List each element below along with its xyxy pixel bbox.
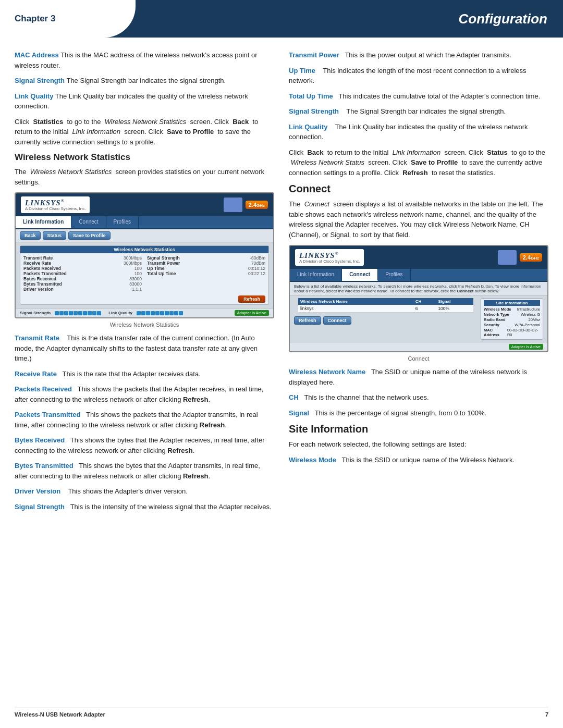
main-content: MAC Address This is the MAC address of t… [0, 38, 563, 529]
bytes-transmitted-term: Bytes Transmitted [15, 462, 74, 470]
ch-term: CH [289, 393, 299, 401]
packets-received-term: Packets Received [15, 385, 72, 393]
col-ch[interactable]: CH [413, 298, 436, 305]
signal-bar-row: Signal Strength Link Quality Adapter Is … [16, 308, 273, 317]
link-quality-para2: Link Quality The Link Quality bar indica… [289, 122, 548, 142]
screenshot-wns: LINKSYS® A Division of Cisco Systems, In… [15, 192, 274, 318]
tab-profiles-2[interactable]: Profiles [378, 269, 410, 281]
signal-para: Signal This is the percentage of signal … [289, 408, 548, 418]
back-button[interactable]: Back [20, 231, 41, 240]
linksys-header-2: LINKSYS® A Division of Cisco Systems, In… [290, 246, 547, 269]
site-info-heading: Site Information [289, 423, 548, 435]
click-stats-para: Click Statistics to go to the Wireless N… [15, 117, 274, 147]
nav-tabs: Link Information Connect Profiles [16, 216, 273, 229]
mac-address-para: MAC Address This is the MAC address of t… [15, 50, 274, 70]
screenshot-connect: LINKSYS® A Division of Cisco Systems, In… [289, 245, 548, 352]
band-badge: 2.4GHz [246, 201, 268, 209]
tab-profiles[interactable]: Profiles [106, 216, 139, 228]
connect-desc: Below is a list of available wireless ne… [290, 282, 547, 296]
footer-right: 7 [545, 711, 548, 718]
col-signal[interactable]: Signal [436, 298, 473, 305]
wireless-mode-term: Wireless Mode [289, 456, 336, 464]
connect-btn-row: Refresh Connect [294, 315, 478, 326]
site-info-rows: Wireless ModeInfrastructure Network Type… [484, 307, 540, 337]
wireless-network-name-para: Wireless Network Name The SSID or unique… [289, 367, 548, 387]
right-column: Transmit Power This is the power output … [289, 50, 548, 517]
signal-strength-para: Signal Strength The Signal Strength bar … [15, 76, 274, 86]
adapter-status-badge-2: Adapter Is Active [509, 344, 543, 350]
driver-version-term: Driver Version [15, 487, 60, 495]
connect-layout: Wireless Network Name CH Signal linksys … [290, 296, 547, 342]
bytes-received-para: Bytes Received This shows the bytes that… [15, 435, 274, 455]
tab-connect[interactable]: Connect [71, 216, 106, 228]
connect-intro: The Connect screen displays a list of av… [289, 199, 548, 240]
linksys-logo-area: LINKSYS® A Division of Cisco Systems, In… [21, 196, 90, 213]
connect-heading: Connect [289, 183, 548, 195]
signal-strength-term2: Signal Strength [15, 503, 65, 511]
page-footer: Wireless-N USB Network Adapter 7 [15, 708, 548, 718]
table-row[interactable]: linksys 6 100% [298, 305, 473, 313]
transmit-power-para: Transmit Power This is the power output … [289, 50, 548, 60]
nav-tabs-2: Link Information Connect Profiles [290, 269, 547, 282]
connect-table-area: Wireless Network Name CH Signal linksys … [294, 298, 478, 340]
wireless-network-name-term: Wireless Network Name [289, 368, 365, 376]
stats-header: Wireless Network Statistics [20, 246, 268, 253]
tab-link-information[interactable]: Link Information [16, 216, 71, 228]
packets-transmitted-term: Packets Transmitted [15, 411, 80, 418]
signal-strength-term3: Signal Strength [289, 107, 339, 115]
receive-rate-para: Receive Rate This is the rate that the A… [15, 369, 274, 379]
save-to-profile-button[interactable]: Save to Profile [68, 231, 111, 240]
link-quality-bars [137, 311, 183, 315]
col-wireless-name[interactable]: Wireless Network Name [298, 298, 413, 305]
caption-connect: Connect [289, 355, 548, 362]
link-quality-term: Link Quality [15, 92, 53, 100]
linksys-sub-2: A Division of Cisco Systems, Inc. [299, 259, 360, 264]
left-column: MAC Address This is the MAC address of t… [15, 50, 274, 517]
up-time-para: Up Time This indicates the length of the… [289, 66, 548, 86]
wireless-mode-para: Wireless Mode This is the SSID or unique… [289, 455, 548, 465]
title-text: Configuration [459, 11, 547, 27]
signal-bar-row-2: Adapter Is Active [290, 342, 547, 351]
refresh-connect-button[interactable]: Refresh [294, 316, 321, 325]
ch-para: CH This is the channel that the network … [289, 392, 548, 403]
adapter-status-badge: Adapter Is Active [235, 310, 269, 316]
signal-strength-term: Signal Strength [15, 77, 65, 84]
networks-table: Wireless Network Name CH Signal linksys … [298, 298, 473, 313]
site-info-box: Site Information Wireless ModeInfrastruc… [481, 298, 543, 340]
page-header: Chapter 3 Configuration [0, 0, 563, 38]
connect-button[interactable]: Connect [323, 316, 351, 325]
signal-strength-para3: Signal Strength The Signal Strength bar … [289, 106, 548, 117]
footer-left: Wireless-N USB Network Adapter [15, 711, 105, 718]
click-back-para: Click Back to return to the initial Link… [289, 147, 548, 178]
bytes-received-term: Bytes Received [15, 436, 65, 444]
packets-received-para: Packets Received This shows the packets … [15, 384, 274, 404]
signal-bars [55, 311, 101, 315]
chapter-label: Chapter 3 [0, 0, 136, 38]
link-quality-para: Link Quality The Link Quality bar indica… [15, 91, 274, 112]
transmit-power-term: Transmit Power [289, 51, 339, 59]
stats-section: Wireless Network Statistics Transmit Rat… [20, 245, 269, 305]
signal-strength-para2: Signal Strength This is the intensity of… [15, 502, 274, 512]
linksys-sub: A Division of Cisco Systems, Inc. [25, 206, 85, 211]
network-name-cell: linksys [298, 305, 413, 313]
status-button[interactable]: Status [43, 231, 67, 240]
linksys-header: LINKSYS® A Division of Cisco Systems, In… [16, 193, 273, 216]
ch-cell: 6 [413, 305, 436, 313]
site-info-title: Site Information [484, 300, 540, 306]
wns-heading: Wireless Network Statistics [15, 152, 274, 163]
mac-address-term: MAC Address [15, 51, 59, 59]
up-time-term: Up Time [289, 67, 315, 75]
site-info-area: Site Information Wireless ModeInfrastruc… [481, 298, 543, 340]
driver-version-para: Driver Version This shows the Adapter's … [15, 486, 274, 497]
page-title: Configuration [136, 0, 563, 38]
tab-connect-2[interactable]: Connect [342, 269, 378, 281]
tab-link-information-2[interactable]: Link Information [290, 269, 342, 281]
packets-transmitted-para: Packets Transmitted This shows the packe… [15, 410, 274, 430]
transmit-rate-term: Transmit Rate [15, 334, 59, 342]
signal-cell: 100% [436, 305, 473, 313]
chapter-text: Chapter 3 [15, 14, 55, 24]
receive-rate-term: Receive Rate [15, 370, 57, 378]
wns-intro: The Wireless Network Statistics screen p… [15, 167, 274, 187]
total-up-time-term: Total Up Time [289, 92, 333, 100]
refresh-button[interactable]: Refresh [238, 295, 265, 303]
